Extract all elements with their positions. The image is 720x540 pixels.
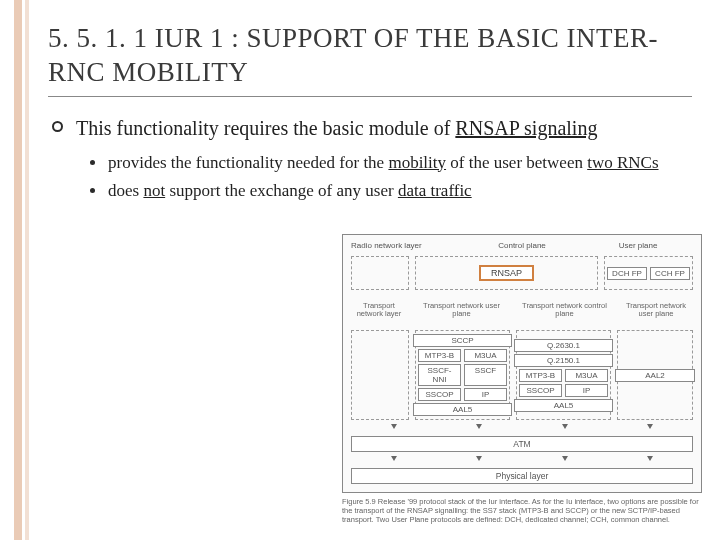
rnsap-box: RNSAP (479, 265, 534, 281)
bullet-list: This functionality requires the basic mo… (52, 115, 692, 204)
sub-list: provides the functionality needed for th… (90, 152, 692, 204)
sccp-stack: SCCP MTP3-BM3UA SSCF-NNISSCF SSCOPIP AAL… (415, 330, 510, 420)
mtp3b-box-2: MTP3-B (519, 369, 562, 382)
header-left: Radio network layer (351, 241, 461, 250)
rnsap-cell: RNSAP (415, 256, 598, 290)
aal2-box: AAL2 (615, 369, 695, 382)
atm-row: ATM (351, 436, 693, 452)
figure-caption: Figure 5.9 Release '99 protocol stack of… (342, 497, 702, 524)
rnl-row: RNSAP DCH FP CCH FP (351, 256, 693, 290)
m3ua-box: M3UA (464, 349, 507, 362)
ip-box-2: IP (565, 384, 608, 397)
sub-item: does not support the exchange of any use… (90, 180, 692, 203)
cch-fp-box: CCH FP (650, 267, 690, 280)
sub-item: provides the functionality needed for th… (90, 152, 692, 175)
underline-text: mobility (388, 153, 446, 172)
phys-row: Physical layer (351, 468, 693, 484)
bullet-item: This functionality requires the basic mo… (52, 115, 692, 204)
ip-box: IP (464, 388, 507, 401)
arrow-row (351, 424, 693, 432)
slide-title: 5. 5. 1. 1 IUR 1 : SUPPORT OF THE BASIC … (48, 22, 692, 90)
accent-bar (14, 0, 22, 540)
q-stack: Q.2630.1 Q.2150.1 MTP3-BM3UA SSCOPIP AAL… (516, 330, 611, 420)
sscop-box-2: SSCOP (519, 384, 562, 397)
aal5-box-2: AAL5 (514, 399, 613, 412)
rnl-label-cell (351, 256, 409, 290)
arrow-row (351, 456, 693, 464)
text: support the exchange of any user (165, 181, 398, 200)
text: provides the functionality needed for th… (108, 153, 388, 172)
accent-bar-thin (25, 0, 29, 540)
header-mid: Control plane (467, 241, 577, 250)
sscop-box: SSCOP (418, 388, 461, 401)
aal2-stack: AAL2 (617, 330, 693, 420)
title-rule (48, 96, 692, 97)
text: This functionality requires the basic mo… (76, 117, 455, 139)
sscf-box: SSCF (464, 364, 507, 386)
aal5-box-1: AAL5 (413, 403, 512, 416)
dch-fp-box: DCH FP (607, 267, 647, 280)
tnl-col1: Transport network user plane (413, 294, 510, 326)
protocol-stack-figure: Radio network layer Control plane User p… (342, 234, 702, 524)
tnl-label: Transport network layer (351, 294, 407, 326)
mtp3b-box: MTP3-B (418, 349, 461, 362)
diagram-body: Radio network layer Control plane User p… (342, 234, 702, 493)
tnl-stack-row: SCCP MTP3-BM3UA SSCF-NNISSCF SSCOPIP AAL… (351, 330, 693, 420)
tnl-col2: Transport network control plane (516, 294, 613, 326)
sccp-box: SCCP (413, 334, 512, 347)
underline-text: two RNCs (587, 153, 658, 172)
tnl-header-row: Transport network layer Transport networ… (351, 294, 693, 326)
fp-cell: DCH FP CCH FP (604, 256, 693, 290)
q2630-box: Q.2630.1 (514, 339, 613, 352)
sscf-nni-box: SSCF-NNI (418, 364, 461, 386)
tnl-col3: Transport network user plane (619, 294, 693, 326)
text: of the user between (446, 153, 587, 172)
header-right: User plane (583, 241, 693, 250)
m3ua-box-2: M3UA (565, 369, 608, 382)
diagram-header-row: Radio network layer Control plane User p… (351, 241, 693, 250)
spacer (351, 330, 409, 420)
underline-text: data traffic (398, 181, 472, 200)
q2150-box: Q.2150.1 (514, 354, 613, 367)
slide: 5. 5. 1. 1 IUR 1 : SUPPORT OF THE BASIC … (0, 0, 720, 540)
underline-text: not (143, 181, 165, 200)
text: does (108, 181, 143, 200)
underline-text: RNSAP signaling (455, 117, 597, 139)
